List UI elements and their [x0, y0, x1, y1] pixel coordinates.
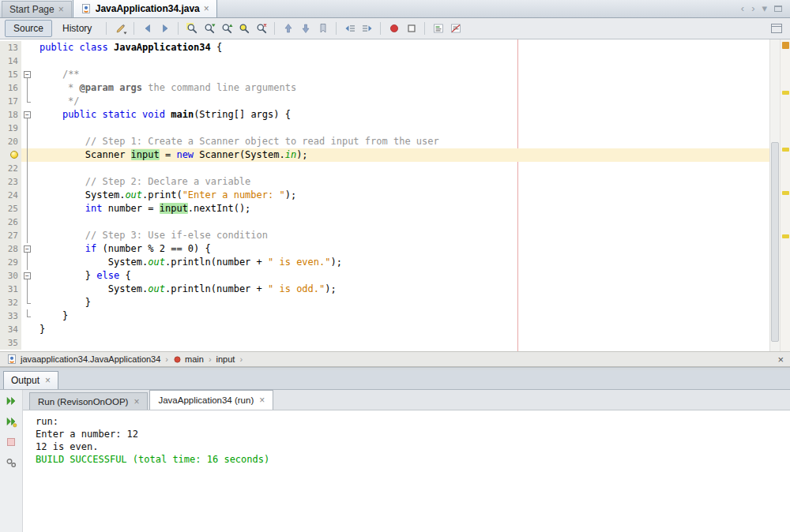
previous-bookmark-icon[interactable]: [280, 21, 296, 36]
unselect-last-icon[interactable]: [253, 21, 269, 36]
code-line[interactable]: 35: [0, 336, 769, 350]
maximize-icon[interactable]: [774, 6, 782, 12]
last-edit-location-icon[interactable]: [112, 21, 129, 36]
fold-gutter-cell[interactable]: −: [21, 269, 34, 283]
fold-collapse-icon[interactable]: −: [24, 272, 31, 279]
code-line[interactable]: 17 */: [0, 95, 769, 108]
code-line[interactable]: 19: [0, 122, 769, 135]
line-number[interactable]: 20: [0, 135, 21, 148]
line-number[interactable]: 16: [0, 81, 21, 95]
find-next-icon[interactable]: [201, 21, 217, 36]
line-number[interactable]: 28: [0, 242, 21, 256]
line-number[interactable]: 35: [0, 336, 21, 350]
scroll-tabs-left-icon[interactable]: ‹: [741, 2, 744, 14]
error-stripe-mark[interactable]: [782, 42, 789, 49]
code-line[interactable]: 25 int number = input.nextInt();: [0, 202, 769, 215]
close-icon[interactable]: [134, 397, 139, 406]
line-number[interactable]: 22: [0, 162, 21, 175]
fold-collapse-icon[interactable]: −: [24, 111, 31, 118]
error-stripe-mark[interactable]: [782, 191, 789, 195]
stop-build-icon[interactable]: [2, 433, 20, 450]
close-icon[interactable]: [259, 395, 265, 405]
hint-gutter-cell[interactable]: [0, 148, 21, 162]
history-view-button[interactable]: History: [54, 20, 100, 37]
find-previous-icon[interactable]: [218, 21, 235, 36]
editor-scrollbar[interactable]: [769, 39, 780, 351]
breadcrumb-item[interactable]: javaapplication34.JavaApplication34: [21, 354, 160, 364]
line-number[interactable]: 18: [0, 108, 21, 122]
hint-lightbulb-icon[interactable]: [10, 151, 18, 159]
rerun-icon[interactable]: [2, 392, 20, 409]
code-line[interactable]: 14: [0, 54, 769, 68]
code-line[interactable]: 22: [0, 162, 769, 175]
console-output[interactable]: run:Enter a number: 1212 is even.BUILD S…: [23, 410, 790, 532]
output-tab[interactable]: Run (RevisonOnOOP): [29, 392, 148, 410]
code-line[interactable]: 29 System.out.println(number + " is even…: [0, 256, 769, 269]
code-line[interactable]: 32 }: [0, 296, 769, 309]
code-line[interactable]: 16 * @param args the command line argume…: [0, 81, 769, 95]
code-line[interactable]: 15− /**: [0, 68, 769, 81]
find-selection-icon[interactable]: [183, 21, 200, 36]
tab-list-dropdown-icon[interactable]: ▾: [762, 2, 767, 14]
fold-gutter-cell[interactable]: −: [21, 242, 34, 256]
line-number[interactable]: 31: [0, 283, 21, 296]
shift-line-right-icon[interactable]: [359, 21, 375, 36]
error-stripe-mark[interactable]: [782, 148, 789, 152]
forward-icon[interactable]: [156, 21, 173, 36]
line-number[interactable]: 24: [0, 189, 21, 202]
rerun-with-different-parameters-icon[interactable]: [2, 413, 20, 429]
editor-toolbar-options-icon[interactable]: [771, 24, 782, 33]
comment-icon[interactable]: [430, 21, 446, 36]
code-line[interactable]: Scanner input = new Scanner(System.in);: [0, 148, 769, 162]
breadcrumb-item[interactable]: input: [216, 354, 235, 364]
line-number[interactable]: 15: [0, 68, 21, 81]
fold-gutter-cell[interactable]: −: [21, 68, 34, 81]
code-line[interactable]: 20 // Step 1: Create a Scanner object to…: [0, 135, 769, 148]
tab-javaapplication34[interactable]: JavaApplication34.java: [73, 0, 217, 17]
line-number[interactable]: 23: [0, 175, 21, 189]
line-number[interactable]: 19: [0, 122, 21, 135]
code-line[interactable]: 34}: [0, 323, 769, 336]
chevron-right-icon[interactable]: ›: [165, 354, 168, 364]
toggle-bookmark-icon[interactable]: [314, 21, 331, 36]
line-number[interactable]: 34: [0, 323, 21, 336]
line-number[interactable]: 33: [0, 309, 21, 323]
line-number[interactable]: 32: [0, 296, 21, 309]
ant-settings-icon[interactable]: [2, 454, 20, 470]
back-icon[interactable]: [139, 21, 156, 36]
code-line[interactable]: 26: [0, 215, 769, 229]
code-line[interactable]: 18− public static void main(String[] arg…: [0, 108, 769, 122]
line-number[interactable]: 30: [0, 269, 21, 283]
code-line[interactable]: 27 // Step 3: Use if-else condition: [0, 229, 769, 242]
scroll-tabs-right-icon[interactable]: ›: [751, 2, 754, 14]
next-bookmark-icon[interactable]: [297, 21, 314, 36]
code-area[interactable]: 13public class JavaApplication34 {1415− …: [0, 39, 769, 351]
output-window-tab[interactable]: Output: [3, 371, 58, 389]
code-line[interactable]: 30− } else {: [0, 269, 769, 283]
breadcrumb-item[interactable]: main: [185, 354, 204, 364]
code-line[interactable]: 31 System.out.println(number + " is odd.…: [0, 283, 769, 296]
line-number[interactable]: 29: [0, 256, 21, 269]
line-number[interactable]: 25: [0, 202, 21, 215]
tab-start-page[interactable]: Start Page: [2, 1, 72, 17]
code-line[interactable]: 13public class JavaApplication34 {: [0, 41, 769, 54]
code-line[interactable]: 28− if (number % 2 == 0) {: [0, 242, 769, 256]
chevron-right-icon[interactable]: ›: [209, 354, 212, 364]
start-macro-recording-icon[interactable]: [386, 21, 402, 36]
chevron-right-icon[interactable]: ›: [239, 354, 243, 364]
line-number[interactable]: 26: [0, 215, 21, 229]
code-line[interactable]: 24 System.out.print("Enter a number: ");: [0, 189, 769, 202]
fold-collapse-icon[interactable]: −: [24, 245, 31, 253]
error-stripe-mark[interactable]: [782, 234, 789, 238]
line-number[interactable]: 27: [0, 229, 21, 242]
fold-collapse-icon[interactable]: −: [24, 71, 31, 78]
close-icon[interactable]: [45, 376, 51, 385]
uncomment-icon[interactable]: [447, 21, 464, 36]
breadcrumb-close-icon[interactable]: [777, 354, 784, 365]
code-line[interactable]: 33 }: [0, 309, 769, 323]
close-icon[interactable]: [204, 4, 209, 13]
line-number[interactable]: 14: [0, 54, 21, 68]
scrollbar-thumb[interactable]: [771, 142, 779, 342]
code-line[interactable]: 23 // Step 2: Declare a variable: [0, 175, 769, 189]
line-number[interactable]: 17: [0, 95, 21, 108]
